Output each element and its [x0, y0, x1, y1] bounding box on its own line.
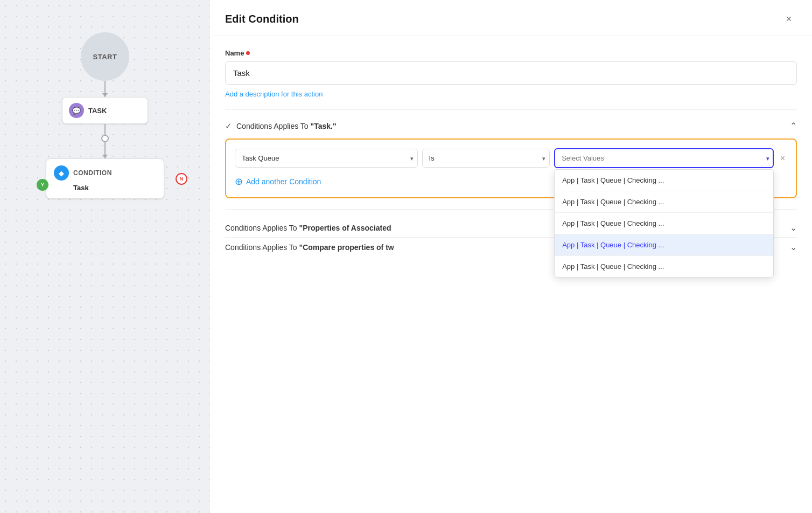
- canvas-panel: START 💬 TASK ◆ CONDITION Task Y N: [0, 0, 210, 513]
- condition-node[interactable]: ◆ CONDITION Task Y N: [46, 158, 164, 199]
- collapsed-section-1-text: Conditions Applies To "Properties of Ass…: [225, 224, 391, 232]
- conditions-section-task: ✓ Conditions Applies To "Task." ⌃ Task Q…: [225, 121, 797, 198]
- operator-select-wrapper: Is ▾: [422, 149, 550, 168]
- section-header-left: ✓ Conditions Applies To "Task.": [225, 121, 337, 131]
- no-badge: N: [176, 173, 187, 185]
- edit-panel: Edit Condition × Name Add a description …: [210, 0, 812, 513]
- dropdown-item-0[interactable]: App | Task | Queue | Checking ...: [555, 170, 773, 191]
- remove-condition-button[interactable]: ×: [778, 151, 787, 165]
- check-icon: ✓: [225, 121, 232, 131]
- connector-circle: [101, 135, 109, 142]
- expand-section-2-button[interactable]: ⌄: [790, 242, 797, 252]
- flow-diagram: START 💬 TASK ◆ CONDITION Task Y N: [46, 32, 164, 199]
- condition-block: Task Queue ▾ Is ▾ ▾: [225, 138, 797, 198]
- field-select-wrapper: Task Queue ▾: [235, 149, 418, 168]
- panel-body: Name Add a description for this action ✓…: [210, 36, 812, 513]
- section-header-task: ✓ Conditions Applies To "Task." ⌃: [225, 121, 797, 131]
- operator-select[interactable]: Is: [422, 149, 550, 168]
- condition-name-label: Task: [73, 184, 156, 192]
- values-input[interactable]: [554, 148, 773, 168]
- connector-start-task: [104, 81, 106, 97]
- condition-header: ◆ CONDITION: [54, 165, 156, 181]
- condition-title: CONDITION: [73, 169, 112, 177]
- close-button[interactable]: ×: [781, 11, 797, 27]
- collapsed-section-1-bold: "Properties of Associated: [299, 224, 391, 232]
- dropdown-item-4[interactable]: App | Task | Queue | Checking ...: [555, 256, 773, 277]
- name-label: Name: [225, 49, 797, 57]
- divider-1: [225, 109, 797, 110]
- connector-task-circle: [104, 124, 106, 135]
- dropdown-item-3[interactable]: App | Task | Queue | Checking ...: [555, 234, 773, 256]
- values-select-wrapper[interactable]: ▾ App | Task | Queue | Checking ... App …: [554, 148, 773, 168]
- add-description-link[interactable]: Add a description for this action: [225, 90, 323, 98]
- condition-row-1: Task Queue ▾ Is ▾ ▾: [235, 148, 787, 168]
- panel-title: Edit Condition: [225, 13, 299, 25]
- collapsed-section-2-text: Conditions Applies To "Compare propertie…: [225, 243, 394, 252]
- condition-icon: ◆: [54, 165, 69, 181]
- values-dropdown: App | Task | Queue | Checking ... App | …: [554, 169, 773, 278]
- field-select[interactable]: Task Queue: [235, 149, 418, 168]
- dropdown-item-1[interactable]: App | Task | Queue | Checking ...: [555, 191, 773, 213]
- collapse-section-button[interactable]: ⌃: [790, 121, 797, 131]
- task-label: TASK: [88, 107, 107, 115]
- add-condition-icon: ⊕: [235, 177, 243, 186]
- name-input[interactable]: [225, 61, 797, 85]
- panel-header: Edit Condition ×: [210, 0, 812, 36]
- start-label: START: [93, 53, 117, 61]
- task-icon: 💬: [69, 103, 84, 118]
- dropdown-item-2[interactable]: App | Task | Queue | Checking ...: [555, 213, 773, 234]
- required-indicator: [246, 51, 250, 55]
- task-node[interactable]: 💬 TASK: [62, 97, 148, 124]
- start-node: START: [81, 32, 129, 81]
- connector-circle-condition: [104, 142, 106, 158]
- name-field-group: Name Add a description for this action: [225, 49, 797, 99]
- expand-section-1-button[interactable]: ⌄: [790, 223, 797, 233]
- section-header-text: Conditions Applies To "Task.": [236, 122, 337, 130]
- collapsed-section-2-bold: "Compare properties of tw: [299, 243, 394, 252]
- add-condition-button[interactable]: Add another Condition: [246, 177, 321, 186]
- yes-badge: Y: [37, 179, 48, 191]
